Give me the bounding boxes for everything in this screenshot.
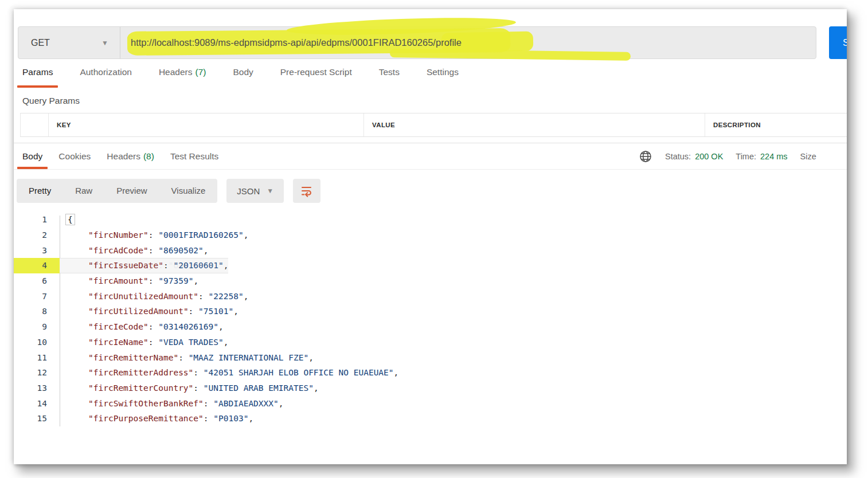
mode-preview[interactable]: Preview bbox=[104, 179, 159, 203]
json-key: fircIeCode bbox=[88, 322, 148, 331]
mode-visualize[interactable]: Visualize bbox=[159, 179, 218, 203]
line-number: 10 bbox=[14, 338, 47, 347]
request-tabs: Params Authorization Headers(7) Body Pre… bbox=[14, 67, 847, 88]
tab-label: Tests bbox=[379, 67, 400, 77]
wrap-lines-button[interactable] bbox=[293, 179, 320, 203]
json-key: fircIeName bbox=[88, 338, 148, 347]
chevron-down-icon: ▼ bbox=[267, 187, 273, 195]
line-number: 6 bbox=[14, 276, 47, 285]
time-label: Time: bbox=[736, 152, 756, 161]
status-value: 200 OK bbox=[695, 152, 723, 161]
json-value: ABDIAEADXXX bbox=[213, 399, 279, 408]
line-number: 15 bbox=[14, 414, 47, 423]
json-value: 42051 SHARJAH ELOB OFFICE NO EUAEUAE bbox=[204, 368, 394, 377]
mode-raw[interactable]: Raw bbox=[63, 179, 104, 203]
url-input[interactable]: http://localhost:9089/ms-edpmsidpms-api/… bbox=[120, 27, 816, 58]
mode-pretty[interactable]: Pretty bbox=[17, 179, 63, 203]
status-label: Status: bbox=[665, 152, 691, 161]
tab-label: Authorization bbox=[80, 67, 131, 77]
method-label: GET bbox=[31, 38, 50, 48]
request-bar: GET ▼ http://localhost:9089/ms-edpmsidpm… bbox=[18, 26, 847, 59]
response-tab-headers[interactable]: Headers(8) bbox=[107, 151, 154, 169]
response-meta: Status: 200 OK Time: 224 ms Size bbox=[639, 143, 816, 169]
json-key: fircUnutilizedAmount bbox=[88, 292, 198, 301]
tab-label: Headers bbox=[107, 151, 140, 161]
code-line: 9 fircIeCode0314026169 bbox=[14, 319, 847, 335]
response-tab-cookies[interactable]: Cookies bbox=[58, 151, 91, 169]
line-number: 13 bbox=[14, 383, 47, 393]
status-badge: Status: 200 OK bbox=[665, 152, 723, 161]
query-params-table: KEY VALUE DESCRIPTION bbox=[20, 113, 847, 137]
json-value: 0314026169 bbox=[158, 322, 218, 331]
headers-count-badge: (8) bbox=[143, 151, 154, 161]
line-number: 11 bbox=[14, 353, 47, 362]
tab-tests[interactable]: Tests bbox=[379, 67, 400, 88]
code-line: 7 fircUnutilizedAmount22258 bbox=[14, 288, 847, 304]
send-button[interactable]: Send bbox=[829, 26, 847, 59]
tab-label: Params bbox=[22, 67, 53, 77]
tab-label: Headers bbox=[159, 67, 193, 77]
globe-icon[interactable] bbox=[639, 150, 652, 163]
json-key: fircIssueDate bbox=[88, 261, 163, 270]
line-number: 14 bbox=[14, 399, 47, 408]
open-brace: { bbox=[65, 214, 75, 225]
line-number: 2 bbox=[14, 230, 47, 240]
time-badge: Time: 224 ms bbox=[736, 152, 787, 161]
size-badge: Size bbox=[800, 152, 816, 161]
postman-window: GET ▼ http://localhost:9089/ms-edpmsidpm… bbox=[14, 9, 847, 464]
code-line: 8 fircUtilizedAmount75101 bbox=[14, 304, 847, 319]
tab-settings[interactable]: Settings bbox=[427, 67, 459, 88]
response-tab-body[interactable]: Body bbox=[22, 151, 42, 169]
json-value: 97359 bbox=[158, 276, 193, 285]
response-body-viewer: 1 { 2 fircNumber0001FIRAD160265 3 fircAd… bbox=[14, 212, 847, 426]
request-url-field: GET ▼ http://localhost:9089/ms-edpmsidpm… bbox=[18, 26, 816, 59]
format-select[interactable]: JSON ▼ bbox=[226, 179, 284, 203]
tab-label: Pre-request Script bbox=[280, 67, 352, 77]
json-value: P0103 bbox=[213, 414, 248, 423]
json-value: 0001FIRAD160265 bbox=[158, 230, 243, 240]
code-line: 1 { bbox=[14, 212, 847, 228]
code-line: 12 fircRemitterAddress42051 SHARJAH ELOB… bbox=[14, 365, 847, 381]
chevron-down-icon: ▼ bbox=[101, 39, 108, 47]
json-key: fircNumber bbox=[88, 230, 148, 240]
time-value: 224 ms bbox=[760, 152, 788, 161]
wrap-lines-icon bbox=[300, 185, 313, 197]
json-key: fircPurposeRemittance bbox=[88, 414, 204, 423]
format-label: JSON bbox=[237, 186, 260, 196]
select-column bbox=[21, 113, 49, 136]
url-text: http://localhost:9089/ms-edpmsidpms-api/… bbox=[131, 37, 462, 48]
json-value: 22258 bbox=[209, 292, 244, 301]
response-tabs-bar: Body Cookies Headers(8) Test Results Sta… bbox=[14, 143, 847, 170]
json-key: fircRemitterAddress bbox=[88, 368, 193, 377]
json-key: fircRemitterName bbox=[88, 353, 178, 362]
response-viewer-toolbar: Pretty Raw Preview Visualize JSON ▼ bbox=[17, 179, 847, 203]
json-key: fircAmount bbox=[88, 276, 148, 285]
method-dropdown[interactable]: GET ▼ bbox=[18, 27, 120, 58]
tab-label: Cookies bbox=[58, 151, 91, 161]
column-header-description: DESCRIPTION bbox=[705, 113, 847, 136]
view-mode-group: Pretty Raw Preview Visualize bbox=[17, 179, 217, 203]
line-number: 4 bbox=[14, 261, 47, 270]
json-key: fircUtilizedAmount bbox=[88, 307, 189, 316]
code-line: 15 fircPurposeRemittanceP0103 bbox=[14, 411, 847, 426]
size-label: Size bbox=[800, 152, 816, 161]
tab-body[interactable]: Body bbox=[233, 67, 253, 88]
tab-params[interactable]: Params bbox=[22, 67, 53, 88]
tab-label: Body bbox=[22, 151, 42, 161]
tab-pre-request-script[interactable]: Pre-request Script bbox=[280, 67, 352, 88]
json-value: 75101 bbox=[198, 307, 233, 316]
code-line: 2 fircNumber0001FIRAD160265 bbox=[14, 228, 847, 243]
headers-count-badge: (7) bbox=[195, 67, 206, 77]
json-key: fircRemitterCountry bbox=[88, 383, 193, 393]
response-tab-test-results[interactable]: Test Results bbox=[170, 151, 218, 169]
json-value: VEDA TRADES bbox=[158, 338, 224, 347]
line-number: 7 bbox=[14, 292, 47, 301]
json-key: fircAdCode bbox=[88, 246, 148, 255]
tab-headers[interactable]: Headers(7) bbox=[159, 67, 206, 88]
line-number: 8 bbox=[14, 307, 47, 316]
tab-authorization[interactable]: Authorization bbox=[80, 67, 131, 88]
column-header-key: KEY bbox=[49, 113, 364, 136]
column-header-value: VALUE bbox=[364, 113, 705, 136]
json-value: 8690502 bbox=[158, 246, 204, 255]
code-line: 10 fircIeNameVEDA TRADES bbox=[14, 335, 847, 350]
